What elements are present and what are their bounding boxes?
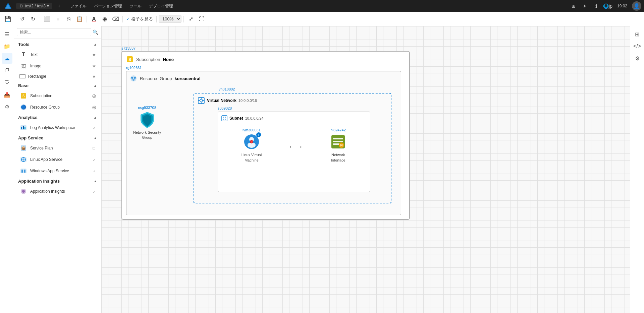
lvm-type: Machine [245,158,259,162]
sidebar-item-linux-app[interactable]: Linux App Service ♪ [14,154,101,165]
nav-home[interactable]: ☰ [2,29,12,40]
vn-header: Virtual Network 10.0.0.0/16 [198,97,387,104]
svg-rect-15 [24,170,25,171]
lvm-label: lvm300031 [243,128,261,132]
right-icon-1[interactable]: ⊞ [632,29,643,40]
paste-button[interactable]: 📋 [74,14,85,24]
eraser-button[interactable]: ⌫ [110,14,120,24]
section-appservice-header[interactable]: App Service ▲ [14,133,101,142]
ni-name: Network [331,153,345,157]
sidebar-item-windows-app[interactable]: Windows App Service ♪ [14,165,101,177]
subnet-nodes: lvm300031 [221,128,367,162]
svg-rect-13 [20,169,26,173]
subnet-header: Subnet 10.0.0.0/24 [221,115,367,121]
ni-label: ni324742 [331,128,346,132]
svg-text:S: S [22,94,25,98]
subnet-box: Subnet 10.0.0.0/24 lvm300031 [218,112,370,192]
section-analytics-header[interactable]: Analytics ▲ [14,113,101,122]
section-tools-header[interactable]: Tools ▲ [14,40,101,49]
sep-3 [87,16,87,22]
sidebar-item-subscription[interactable]: S Subscription ⊕ [14,90,101,102]
subscription-box: S Subscription None rg102661 [121,51,410,220]
nav-history[interactable]: ⏱ [2,65,12,76]
menu-file[interactable]: ファイル [67,2,90,10]
search-input[interactable] [17,28,91,36]
sep-4 [122,16,123,22]
grid-label[interactable]: ✓ 格子を見る [125,16,154,22]
time-display: 19:02 [614,4,630,8]
copy-button[interactable]: ⎘ [64,14,74,24]
nav-cloud[interactable]: ☁ [2,53,12,64]
section-appinsights-header[interactable]: Application Insights ▲ [14,177,101,186]
svg-rect-34 [225,117,226,118]
canvas-area[interactable]: s713537 S Subscription None rg102661 [101,26,630,313]
grid-button[interactable]: ⊞ [569,1,578,11]
sep-5 [156,16,157,22]
resource-group-box: Resource Group koreacentral nsg933708 [126,71,401,215]
menu-tools[interactable]: ツール [126,2,145,10]
theme-button[interactable]: ☀ [580,1,590,11]
subscription-icon: S [19,92,28,100]
lvm-name: Linux Virtual [241,153,262,157]
svg-point-23 [131,77,133,79]
breadcrumb-text: test2 / test3 [25,4,46,8]
fit-button[interactable]: ⤢ [186,14,196,24]
info-button[interactable]: ℹ [592,1,601,11]
linux-app-icon [19,155,28,164]
sidebar-item-image[interactable]: 🖼 Image ★ [14,60,101,72]
svg-rect-43 [333,138,343,139]
sidebar-item-rectangle[interactable]: Rectangle ★ [14,72,101,81]
avatar-button[interactable]: 👤 [632,1,641,11]
breadcrumb-chevron: ▾ [47,4,49,8]
svg-point-24 [134,77,136,79]
resource-group-icon: 🔵 [19,103,28,111]
breadcrumb[interactable]: 🗋 test2 / test3 ▾ [16,3,52,9]
sidebar-item-app-insights[interactable]: Application Insights ♪ [14,186,101,197]
undo-button[interactable]: ↺ [17,14,27,24]
svg-rect-7 [24,127,25,129]
app-logo [3,1,13,11]
nav-export[interactable]: 📤 [2,89,12,100]
frame-button[interactable]: ⬜ [42,14,52,24]
new-tab-button[interactable]: + [55,2,63,10]
nav-settings[interactable]: ⚙ [2,101,12,112]
subscription-icon: S [126,56,133,63]
menu-deploy[interactable]: デプロイ管理 [146,2,176,10]
sidebar-item-service-plan[interactable]: 📦 Service Plan □ [14,142,101,154]
ni-node: ni324742 [330,128,346,162]
sep-1 [15,16,15,22]
nsg-label: nsg933708 [138,106,156,110]
ni-type: Interface [331,158,345,162]
svg-rect-6 [23,126,24,129]
fill-button[interactable]: ◉ [100,14,110,24]
svg-text:S: S [128,57,131,62]
right-icon-2[interactable]: </> [632,41,643,52]
sidebar-item-resource-group[interactable]: 🔵 Resource Group ⊕ [14,102,101,113]
right-panel: ⊞ </> ⚙ [630,26,644,313]
sidebar-item-text[interactable]: T Text ★ [14,49,101,60]
nav-files[interactable]: 📁 [2,41,12,52]
subscription-header: S Subscription None [126,56,405,63]
section-base-header[interactable]: Base ▲ [14,81,101,90]
lvm-icon-container: + [243,133,260,151]
save-button[interactable]: 💾 [3,14,13,24]
list-button[interactable]: ≡ [53,14,63,24]
zoom-select[interactable]: 100% 75% 50% 150% [159,15,181,23]
redo-button[interactable]: ↻ [28,14,38,24]
text-icon: T [19,51,28,59]
present-button[interactable]: ⛶ [197,14,207,24]
nsg-group: nsg933708 Network Security Group [133,106,161,139]
label-rg102661: rg102661 [126,66,405,70]
svg-rect-35 [223,119,224,120]
vn-cidr: 10.0.0.0/16 [238,99,257,103]
label-s713537: s713537 [121,46,410,50]
svg-rect-33 [223,117,224,118]
language-button[interactable]: 🌐 jp [603,1,612,11]
search-button[interactable]: 🔍 [93,29,98,35]
text-color-button[interactable]: A [89,14,99,24]
nav-security[interactable]: 🛡 [2,77,12,88]
menu-version[interactable]: バージョン管理 [91,2,125,10]
right-icon-3[interactable]: ⚙ [632,53,643,64]
ni-icon-container: N [330,133,346,151]
sidebar-item-log-analytics[interactable]: Log Analytics Workspace ♪ [14,122,101,133]
